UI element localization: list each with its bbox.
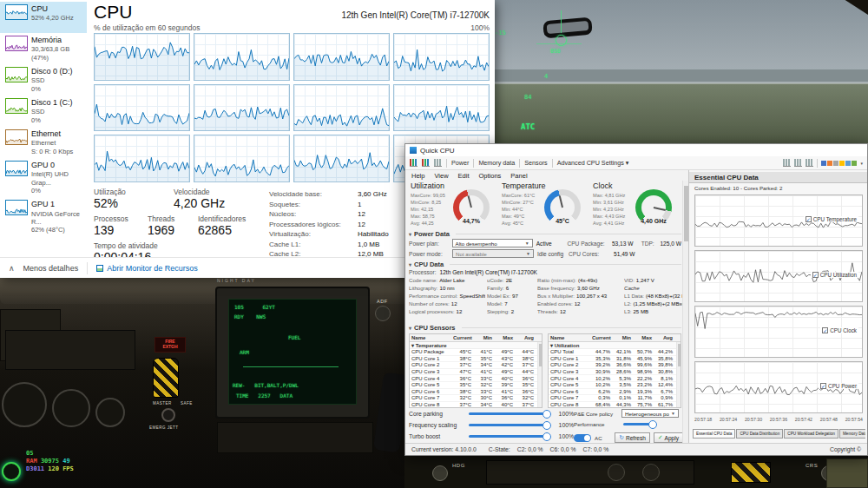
ac-toggle[interactable] — [574, 434, 591, 442]
checkbox-checked-icon[interactable]: ✓ — [820, 383, 826, 389]
gauge-title: Utilization — [411, 181, 444, 190]
grid-chart-icon[interactable] — [434, 159, 442, 167]
color-palette-icon[interactable] — [821, 161, 857, 166]
chart-legend-cpu-temperature[interactable]: ✓CPU Temperature — [804, 216, 858, 222]
cpu-data-cell: Performance control:SpeedShift — [409, 293, 485, 299]
spec-value: 12 — [358, 210, 365, 218]
sensor-group-utilization[interactable]: ▾ Utilization — [549, 342, 681, 349]
left-pane-scrollbar[interactable] — [682, 181, 688, 443]
checkbox-checked-icon[interactable]: ✓ — [806, 216, 812, 222]
line-chart-icon[interactable] — [422, 159, 430, 167]
column-header-current[interactable]: Current — [592, 335, 613, 340]
sensor-value: 98,9% — [634, 369, 654, 374]
sensor-value: 34°C — [474, 402, 495, 407]
advanced-cpu-settings-button[interactable]: Advanced CPU Settings ▾ — [557, 159, 629, 167]
night-day-label: NIGHT DAY — [217, 278, 256, 283]
scrollbar-thumb[interactable] — [539, 344, 542, 366]
sidebar-sparkline — [6, 68, 27, 82]
chart-legend-cpu-utilization[interactable]: ✓CPU Utilization — [811, 272, 858, 278]
column-header-current[interactable]: Current — [453, 335, 474, 340]
chevron-down-icon[interactable]: ▾ — [860, 161, 863, 166]
power-mode-label: Power mode: — [409, 251, 449, 257]
toolbar-separator — [519, 159, 520, 168]
quickcpu-titlebar[interactable]: Quick CPU — [405, 144, 867, 156]
tab-cpu-workload-delegation[interactable]: CPU Workload Delegation — [784, 429, 838, 439]
table-scrollbar[interactable] — [676, 342, 681, 407]
column-header-min[interactable]: Min — [474, 335, 495, 340]
sidebar-item-subtitle: NVIDIA GeForce R... — [31, 210, 85, 227]
checkbox-checked-icon[interactable]: ✓ — [822, 327, 828, 333]
sidebar-item-ethernet[interactable]: EthernetEthernetS: 0 R: 0 Kbps — [0, 127, 87, 158]
cpu-data-label: L1 Data: — [624, 293, 644, 299]
chart-cpu-clock: ✓CPU Clock — [694, 306, 863, 358]
column-header-avg[interactable]: Avg — [654, 335, 675, 340]
utilization-sensor-table[interactable]: NameCurrentMinMaxAvg▾ UtilizationCPU Tot… — [548, 333, 681, 408]
table-scrollbar[interactable] — [537, 342, 542, 407]
idle-config-link[interactable]: Idle config — [537, 251, 565, 257]
column-header-max[interactable]: Max — [495, 335, 516, 340]
section-header[interactable]: CPU Sensors — [409, 323, 681, 332]
apply-button[interactable]: ✓ Apply — [654, 432, 683, 443]
sidebar-item-gpu-1[interactable]: GPU 1NVIDIA GeForce R...62% (48°C) — [0, 197, 87, 236]
less-details-link[interactable]: Menos detalhes — [23, 264, 79, 273]
tool-icon[interactable] — [794, 159, 802, 167]
tab-cpu-data-distribution[interactable]: CPU Data Distribution — [736, 429, 783, 439]
sensor-value: 22,2% — [634, 376, 654, 381]
power-mode-select[interactable]: Not available▼ — [452, 249, 534, 258]
sidebar-item-gpu-0[interactable]: GPU 0Intel(R) UHD Grap...0% — [0, 158, 87, 197]
turbo-boost-slider[interactable] — [469, 435, 549, 438]
core-parking-slider[interactable] — [469, 412, 549, 415]
column-header-avg[interactable]: Avg — [516, 335, 536, 340]
temperature-sensor-table[interactable]: NameCurrentMinMaxAvg▾ TemperatureCPU Pac… — [409, 333, 542, 408]
tool-icon[interactable] — [806, 159, 813, 167]
sidebar-item-disco-1-c[interactable]: Disco 1 (C:)SSD0% — [0, 96, 87, 127]
bar-chart-icon[interactable] — [410, 159, 418, 167]
safe-label: SAFE — [181, 401, 193, 406]
column-header-max[interactable]: Max — [634, 335, 654, 340]
menu-view[interactable]: View — [434, 172, 448, 180]
cpu-data-value: (1,25 MBx8)+(2 MBx4) — [633, 300, 686, 307]
performance-slider[interactable] — [623, 423, 654, 425]
section-header[interactable]: CPU Data — [409, 260, 681, 268]
chart-legend-cpu-power[interactable]: ✓CPU Power — [819, 383, 858, 389]
fps-ram-extra: 49 — [62, 458, 69, 465]
time-label: 20:57:30 — [745, 417, 762, 422]
menu-help[interactable]: Help — [411, 172, 424, 180]
sensors-toolbar-button[interactable]: Sensors — [524, 159, 547, 167]
sensor-group-temperature[interactable]: ▾ Temperature — [410, 342, 542, 349]
checkbox-checked-icon[interactable]: ✓ — [812, 272, 819, 278]
section-header[interactable]: Power Data — [409, 229, 681, 238]
sidebar-item-disco-0-d[interactable]: Disco 0 (D:)SSD0% — [0, 64, 87, 96]
power-plan-select[interactable]: Alto desempenho▼ — [452, 239, 533, 247]
sensor-row: CPU Core 135,3%31,8%45,9%35,8% — [549, 356, 681, 363]
refresh-button[interactable]: ↻ Refresh — [615, 432, 650, 443]
ac-label: AC — [595, 435, 602, 441]
open-resource-monitor-link[interactable]: Abrir Monitor de Recursos — [96, 264, 198, 273]
column-header-name[interactable]: Name — [549, 335, 592, 340]
column-header-name[interactable]: Name — [410, 335, 453, 340]
scrollbar-thumb[interactable] — [678, 344, 681, 366]
tab-essential-cpu-data[interactable]: Essential CPU Data — [693, 429, 735, 439]
power-toolbar-button[interactable]: Power — [451, 159, 469, 167]
sensor-value: 30,8% — [654, 369, 675, 374]
pe-core-policy-select[interactable]: Heterogeneous policy▼ — [621, 409, 679, 418]
sidebar-item-text: GPU 0Intel(R) UHD Grap...0% — [31, 161, 85, 195]
column-header-min[interactable]: Min — [613, 335, 634, 340]
sidebar-item-mem-ria[interactable]: Memória30,3/63,8 GB (47%) — [0, 33, 87, 64]
tool-icon[interactable] — [783, 159, 791, 167]
menu-edit[interactable]: Edit — [458, 172, 470, 180]
sensor-value: 41°C — [495, 389, 516, 394]
memory-data-toolbar-button[interactable]: Memory data — [478, 159, 515, 167]
sidebar-thumbnail-graph — [5, 67, 28, 82]
hud-heading-tape: 050 — [550, 48, 561, 55]
frequency-scaling-slider[interactable] — [469, 424, 549, 426]
cpu-core-graph — [94, 84, 190, 132]
tab-memory-data[interactable]: Memory Data — [839, 429, 865, 439]
menu-panel[interactable]: Panel — [510, 172, 527, 180]
cpu-data-cell: Logical processors:12 — [409, 308, 485, 314]
gauge-title: Temperature — [502, 181, 546, 190]
sidebar-item-cpu[interactable]: CPU52% 4,20 GHz — [0, 2, 87, 33]
menu-options[interactable]: Options — [479, 172, 502, 180]
chart-legend-cpu-clock[interactable]: ✓CPU Clock — [820, 327, 858, 333]
stat-label: Tempo de atividade — [94, 241, 158, 250]
